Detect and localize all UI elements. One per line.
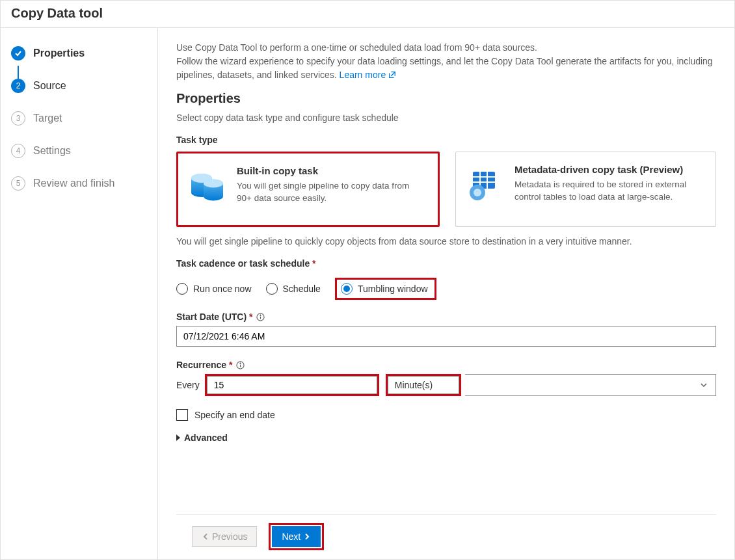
main-panel: Use Copy Data Tool to perform a one-time… xyxy=(158,28,734,559)
radio-icon xyxy=(266,283,278,295)
step-number-icon: 4 xyxy=(11,144,25,158)
section-subheading: Select copy data task type and configure… xyxy=(176,113,716,123)
next-button[interactable]: Next xyxy=(272,526,321,547)
external-link-icon xyxy=(388,71,396,79)
previous-button[interactable]: Previous xyxy=(192,526,257,547)
svg-point-3 xyxy=(204,180,223,188)
intro-text: Use Copy Data Tool to perform a one-time… xyxy=(176,41,716,82)
card-title: Metadata-driven copy task (Preview) xyxy=(514,164,704,175)
advanced-expander[interactable]: Advanced xyxy=(176,433,228,443)
info-icon[interactable] xyxy=(256,313,265,321)
radio-schedule[interactable]: Schedule xyxy=(266,283,321,295)
learn-more-link[interactable]: Learn more xyxy=(340,70,396,80)
radio-run-once[interactable]: Run once now xyxy=(176,283,252,295)
section-heading: Properties xyxy=(176,91,716,106)
radio-tumbling-window[interactable]: Tumbling window xyxy=(341,283,428,295)
recurrence-value-input[interactable] xyxy=(207,376,377,394)
card-title: Built-in copy task xyxy=(237,165,426,176)
cadence-label: Task cadence or task schedule xyxy=(176,258,316,269)
step-number-icon: 2 xyxy=(11,79,25,93)
card-desc: You will get single pipeline to copy dat… xyxy=(237,180,426,205)
radio-icon xyxy=(341,283,353,295)
chevron-left-icon xyxy=(202,533,209,540)
grid-data-icon xyxy=(465,165,504,204)
end-date-label: Specify an end date xyxy=(194,410,275,420)
task-type-label: Task type xyxy=(176,135,716,145)
recurrence-unit-select-expand[interactable] xyxy=(465,374,716,396)
wizard-footer: Previous Next xyxy=(176,514,716,559)
recurrence-unit-select[interactable]: Minute(s) xyxy=(388,376,459,394)
card-builtin-copy[interactable]: Built-in copy task You will get single p… xyxy=(176,152,440,227)
step-number-icon: 5 xyxy=(11,176,25,191)
svg-point-13 xyxy=(260,315,261,315)
database-icon xyxy=(187,167,226,206)
step-properties[interactable]: Properties xyxy=(1,37,157,70)
card-desc: Metadata is required to be stored in ext… xyxy=(514,179,704,204)
wizard-steps: Properties 2 Source 3 Target 4 Settings … xyxy=(1,28,158,559)
check-icon xyxy=(11,46,25,60)
step-target[interactable]: 3 Target xyxy=(1,102,157,135)
chevron-right-icon xyxy=(303,533,311,540)
chevron-right-icon xyxy=(176,434,180,441)
svg-point-10 xyxy=(474,189,481,196)
step-settings[interactable]: 4 Settings xyxy=(1,135,157,167)
card-metadata-copy[interactable]: Metadata-driven copy task (Preview) Meta… xyxy=(455,152,716,227)
recurrence-label: Recurrence xyxy=(176,360,245,370)
info-icon[interactable] xyxy=(236,361,245,369)
step-review[interactable]: 5 Review and finish xyxy=(1,167,157,200)
radio-icon xyxy=(176,283,188,295)
page-title: Copy Data tool xyxy=(1,1,734,28)
svg-point-16 xyxy=(240,363,241,364)
start-date-input[interactable] xyxy=(176,326,716,347)
end-date-checkbox[interactable] xyxy=(176,409,188,421)
step-number-icon: 3 xyxy=(11,111,25,126)
chevron-down-icon xyxy=(700,381,708,389)
step-source[interactable]: 2 Source xyxy=(1,70,157,102)
start-date-label: Start Date (UTC) xyxy=(176,312,265,322)
every-label: Every xyxy=(176,380,201,390)
task-note: You will get single pipeline to quickly … xyxy=(176,236,716,247)
